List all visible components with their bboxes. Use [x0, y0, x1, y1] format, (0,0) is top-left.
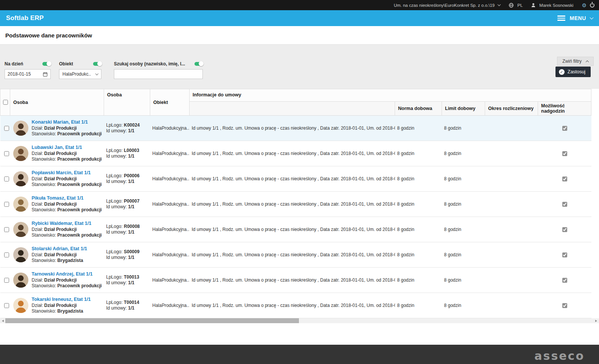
row-checkbox[interactable]: [4, 227, 9, 232]
obiekt-select[interactable]: HalaProdukc..: [59, 69, 101, 79]
overtime-checkbox[interactable]: [562, 177, 567, 181]
person-name-link[interactable]: Popławski Marcin, Etat 1/1: [32, 170, 102, 175]
person-name-link[interactable]: Tarnowski Andrzej, Etat 1/1: [32, 271, 102, 277]
app-header-bar: Softlab ERP MENU: [0, 10, 599, 26]
globe-icon[interactable]: [509, 3, 514, 8]
overtime-checkbox[interactable]: [562, 126, 567, 131]
dzial-value: Dział Produkcji: [44, 151, 77, 156]
na-dzien-toggle[interactable]: [42, 62, 51, 66]
stanowisko-label: Stanowisko:: [32, 232, 56, 238]
apply-button[interactable]: ✓ Zastosuj: [555, 67, 591, 77]
header-mozliwosc-nadgodzin[interactable]: Możliwość nadgodzin: [538, 102, 591, 116]
table-row[interactable]: Konarski Marian, Etat 1/1 Dział: Dział P…: [0, 116, 591, 141]
limit-dobowy-cell: 8 godzin: [442, 268, 485, 293]
scroll-left-arrow-icon[interactable]: [0, 318, 5, 323]
chevron-up-icon: [586, 60, 589, 63]
contract-info-cell: Id umowy 1/1 , Rodz. um. Umowa o pracę -…: [190, 192, 395, 217]
table-row[interactable]: Pikuła Tomasz, Etat 1/1 Dział: Dział Pro…: [0, 192, 591, 217]
id-umowy-label: Id umowy:: [106, 179, 127, 184]
context-selector-label[interactable]: Um. na czas nieokreślony\EuroKonkret Sp.…: [394, 3, 495, 8]
contract-info-cell: Id umowy 1/1 , Rodz. um. Umowa o pracę -…: [190, 268, 395, 293]
menu-button[interactable]: MENU: [557, 15, 593, 21]
select-all-checkbox[interactable]: [3, 100, 8, 105]
language-label[interactable]: PL: [517, 3, 523, 8]
table-row[interactable]: Lubawski Jan, Etat 1/1 Dział: Dział Prod…: [0, 141, 591, 166]
employee-table: Osoba Osoba Obiekt Informacje do umowy N…: [0, 89, 599, 323]
filter-szukaj: Szukaj osoby (nazwisko, imię, l...: [114, 61, 203, 79]
header-obiekt[interactable]: Obiekt: [150, 89, 190, 116]
obiekt-toggle[interactable]: [93, 62, 101, 66]
lplogo-value: R00008: [124, 224, 140, 229]
table-row[interactable]: Stolarski Adrian, Etat 1/1 Dział: Dział …: [0, 242, 591, 268]
row-checkbox[interactable]: [4, 278, 9, 283]
row-checkbox[interactable]: [4, 202, 9, 207]
person-name-link[interactable]: Stolarski Adrian, Etat 1/1: [32, 246, 87, 251]
row-checkbox[interactable]: [4, 303, 9, 308]
obiekt-cell: HalaProdukcyjna...: [150, 293, 190, 318]
table-row[interactable]: Tarnowski Andrzej, Etat 1/1 Dział: Dział…: [0, 268, 591, 293]
contract-info-cell: Id umowy 1/1 , Rodz. um. Umowa o pracę -…: [190, 217, 395, 242]
apply-check-icon: ✓: [559, 69, 565, 75]
row-checkbox[interactable]: [4, 126, 9, 131]
okres-rozliczeniowy-cell: [485, 242, 538, 268]
row-checkbox[interactable]: [4, 252, 9, 257]
horizontal-scrollbar[interactable]: [0, 318, 599, 323]
row-checkbox[interactable]: [4, 151, 9, 156]
user-icon[interactable]: [531, 3, 536, 8]
lplogo-value: T00013: [124, 274, 139, 280]
contract-info-cell: Id umowy 1/1 , Rodz. um. Umowa o pracę -…: [190, 293, 395, 318]
person-name-link[interactable]: Tokarski Ireneusz, Etat 1/1: [32, 297, 91, 302]
search-person-input[interactable]: [114, 70, 202, 79]
scrollbar-thumb[interactable]: [5, 318, 299, 323]
contract-info-cell: Id umowy 1/1 , Rodz. um. Umowa o pracę -…: [190, 166, 395, 192]
overtime-checkbox[interactable]: [562, 252, 567, 257]
szukaj-toggle[interactable]: [194, 62, 203, 66]
select-chevron-down-icon: [95, 72, 98, 75]
menu-label: MENU: [569, 15, 586, 21]
limit-dobowy-cell: 8 godzin: [442, 217, 485, 242]
limit-dobowy-cell: 8 godzin: [442, 192, 485, 217]
header-limit-dobowy[interactable]: Limit dobowy: [442, 102, 485, 116]
id-umowy-value: 1/1: [128, 255, 135, 260]
calendar-icon[interactable]: [43, 72, 48, 77]
header-okres-rozliczeniowy[interactable]: Okres rozliczeniowy: [485, 102, 538, 116]
id-umowy-value: 1/1: [128, 179, 135, 184]
lplogo-value: P00006: [124, 173, 139, 178]
norma-dobowa-cell: 8 godzin: [395, 166, 442, 192]
stanowisko-value: Pracownik produkcji: [58, 131, 102, 136]
id-umowy-label: Id umowy:: [106, 255, 127, 260]
person-name-link[interactable]: Rybicki Waldemar, Etat 1/1: [32, 221, 102, 226]
overtime-checkbox[interactable]: [562, 151, 567, 156]
logout-power-icon[interactable]: [590, 3, 594, 8]
header-osoba-2[interactable]: Osoba: [104, 89, 150, 116]
table-row[interactable]: Popławski Marcin, Etat 1/1 Dział: Dział …: [0, 166, 591, 192]
header-norma-dobowa[interactable]: Norma dobowa: [395, 102, 442, 116]
overtime-checkbox[interactable]: [562, 202, 567, 207]
date-field[interactable]: 2018-01-15: [5, 69, 51, 79]
header-osoba[interactable]: Osoba: [10, 89, 104, 116]
settings-gear-icon[interactable]: ⚙: [582, 3, 587, 8]
collapse-filters-button[interactable]: Zwiń filtry: [557, 57, 594, 66]
scroll-right-arrow-icon[interactable]: [594, 318, 599, 323]
table-row[interactable]: Tokarski Ireneusz, Etat 1/1 Dział: Dział…: [0, 293, 591, 318]
id-umowy-label: Id umowy:: [106, 305, 127, 311]
dzial-value: Dział Produkcji: [44, 201, 77, 207]
filter-panel: Zwiń filtry Na dzień 2018-01-15 Obiekt H…: [0, 44, 599, 89]
limit-dobowy-cell: 8 godzin: [442, 116, 485, 141]
page-title-bar: Podstawowe dane pracowników: [0, 26, 599, 44]
overtime-checkbox[interactable]: [562, 303, 567, 308]
avatar: [13, 171, 28, 186]
person-name-link[interactable]: Pikuła Tomasz, Etat 1/1: [32, 195, 102, 201]
context-chevron-down-icon[interactable]: [498, 3, 501, 6]
id-umowy-label: Id umowy:: [106, 229, 127, 235]
dzial-label: Dział:: [32, 303, 43, 308]
user-name-label[interactable]: Marek Sosnowski: [539, 3, 573, 8]
overtime-checkbox[interactable]: [562, 227, 567, 232]
okres-rozliczeniowy-cell: [485, 217, 538, 242]
row-checkbox[interactable]: [4, 177, 9, 181]
table-row[interactable]: Rybicki Waldemar, Etat 1/1 Dział: Dział …: [0, 217, 591, 242]
overtime-checkbox[interactable]: [562, 278, 567, 283]
obiekt-cell: HalaProdukcyjna...: [150, 166, 190, 192]
person-name-link[interactable]: Konarski Marian, Etat 1/1: [32, 119, 102, 125]
person-name-link[interactable]: Lubawski Jan, Etat 1/1: [32, 145, 102, 150]
